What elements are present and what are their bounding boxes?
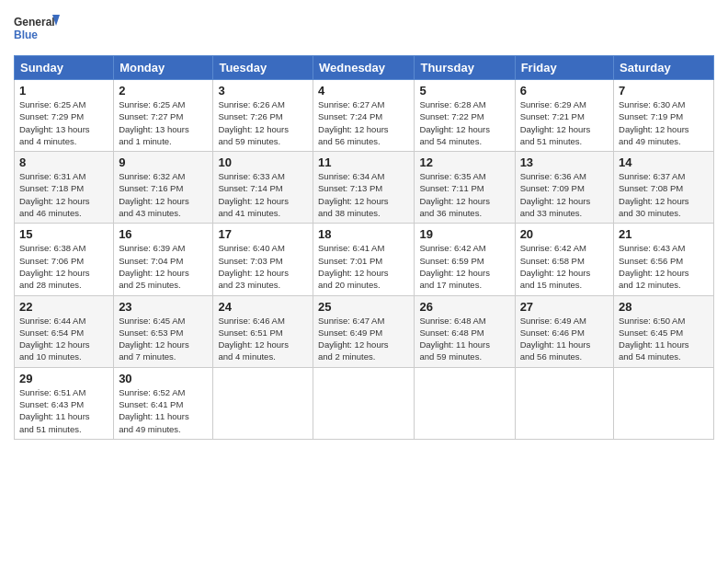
day-number: 22 — [19, 300, 108, 314]
day-cell: 4Sunrise: 6:27 AM Sunset: 7:24 PM Daylig… — [313, 80, 415, 152]
day-number: 3 — [218, 84, 308, 98]
header: General Blue — [14, 9, 714, 52]
day-info: Sunrise: 6:43 AM Sunset: 6:56 PM Dayligh… — [619, 242, 709, 291]
day-cell: 25Sunrise: 6:47 AM Sunset: 6:49 PM Dayli… — [313, 295, 415, 367]
day-cell: 11Sunrise: 6:34 AM Sunset: 7:13 PM Dayli… — [313, 152, 415, 224]
day-cell: 9Sunrise: 6:32 AM Sunset: 7:16 PM Daylig… — [114, 152, 213, 224]
day-number: 1 — [19, 84, 108, 98]
day-cell: 8Sunrise: 6:31 AM Sunset: 7:18 PM Daylig… — [15, 152, 114, 224]
day-number: 30 — [119, 372, 208, 385]
day-number: 26 — [419, 300, 509, 314]
day-info: Sunrise: 6:37 AM Sunset: 7:08 PM Dayligh… — [619, 170, 709, 219]
day-info: Sunrise: 6:30 AM Sunset: 7:19 PM Dayligh… — [619, 98, 709, 147]
day-number: 18 — [318, 227, 409, 241]
day-info: Sunrise: 6:40 AM Sunset: 7:03 PM Dayligh… — [218, 242, 308, 291]
day-number: 25 — [318, 300, 409, 314]
day-info: Sunrise: 6:42 AM Sunset: 6:59 PM Dayligh… — [419, 242, 509, 291]
day-cell: 26Sunrise: 6:48 AM Sunset: 6:48 PM Dayli… — [415, 295, 515, 367]
day-cell: 7Sunrise: 6:30 AM Sunset: 7:19 PM Daylig… — [614, 80, 714, 152]
day-cell: 12Sunrise: 6:35 AM Sunset: 7:11 PM Dayli… — [415, 152, 515, 224]
day-info: Sunrise: 6:25 AM Sunset: 7:27 PM Dayligh… — [119, 98, 208, 147]
day-number: 9 — [119, 155, 208, 169]
day-info: Sunrise: 6:51 AM Sunset: 6:43 PM Dayligh… — [19, 386, 108, 435]
weekday-header-wednesday: Wednesday — [313, 56, 415, 80]
day-cell: 6Sunrise: 6:29 AM Sunset: 7:21 PM Daylig… — [515, 80, 613, 152]
day-number: 21 — [619, 227, 709, 241]
day-number: 6 — [520, 84, 609, 98]
day-cell: 30Sunrise: 6:52 AM Sunset: 6:41 PM Dayli… — [114, 367, 213, 439]
day-info: Sunrise: 6:31 AM Sunset: 7:18 PM Dayligh… — [19, 170, 108, 219]
day-cell: 20Sunrise: 6:42 AM Sunset: 6:58 PM Dayli… — [515, 224, 613, 295]
day-info: Sunrise: 6:48 AM Sunset: 6:48 PM Dayligh… — [419, 315, 509, 363]
day-cell: 19Sunrise: 6:42 AM Sunset: 6:59 PM Dayli… — [415, 224, 515, 295]
day-cell — [515, 367, 613, 439]
week-row-4: 22Sunrise: 6:44 AM Sunset: 6:54 PM Dayli… — [15, 295, 714, 367]
day-number: 14 — [619, 155, 709, 169]
day-info: Sunrise: 6:35 AM Sunset: 7:11 PM Dayligh… — [419, 170, 509, 219]
day-cell: 5Sunrise: 6:28 AM Sunset: 7:22 PM Daylig… — [415, 80, 515, 152]
day-info: Sunrise: 6:52 AM Sunset: 6:41 PM Dayligh… — [119, 386, 208, 435]
weekday-header-row: SundayMondayTuesdayWednesdayThursdayFrid… — [15, 56, 714, 80]
day-info: Sunrise: 6:49 AM Sunset: 6:46 PM Dayligh… — [520, 315, 609, 363]
week-row-1: 1Sunrise: 6:25 AM Sunset: 7:29 PM Daylig… — [15, 80, 714, 152]
day-cell: 16Sunrise: 6:39 AM Sunset: 7:04 PM Dayli… — [114, 224, 213, 295]
day-cell: 24Sunrise: 6:46 AM Sunset: 6:51 PM Dayli… — [213, 295, 313, 367]
day-info: Sunrise: 6:39 AM Sunset: 7:04 PM Dayligh… — [119, 242, 208, 291]
day-cell: 3Sunrise: 6:26 AM Sunset: 7:26 PM Daylig… — [213, 80, 313, 152]
calendar-container: General Blue SundayMondayTuesdayWednesda… — [0, 0, 728, 449]
day-number: 27 — [520, 300, 609, 314]
day-number: 4 — [318, 84, 409, 98]
weekday-header-thursday: Thursday — [415, 56, 515, 80]
day-cell — [313, 367, 415, 439]
day-number: 16 — [119, 227, 208, 241]
day-number: 2 — [119, 84, 208, 98]
day-number: 17 — [218, 227, 308, 241]
day-cell: 15Sunrise: 6:38 AM Sunset: 7:06 PM Dayli… — [15, 224, 114, 295]
logo: General Blue — [14, 13, 65, 52]
day-info: Sunrise: 6:25 AM Sunset: 7:29 PM Dayligh… — [19, 98, 108, 147]
weekday-header-friday: Friday — [515, 56, 613, 80]
weekday-header-tuesday: Tuesday — [213, 56, 313, 80]
day-number: 19 — [419, 227, 509, 241]
day-info: Sunrise: 6:27 AM Sunset: 7:24 PM Dayligh… — [318, 98, 409, 147]
day-info: Sunrise: 6:32 AM Sunset: 7:16 PM Dayligh… — [119, 170, 208, 219]
day-cell: 13Sunrise: 6:36 AM Sunset: 7:09 PM Dayli… — [515, 152, 613, 224]
day-cell — [614, 367, 714, 439]
day-info: Sunrise: 6:29 AM Sunset: 7:21 PM Dayligh… — [520, 98, 609, 147]
day-info: Sunrise: 6:45 AM Sunset: 6:53 PM Dayligh… — [119, 315, 208, 363]
day-cell: 2Sunrise: 6:25 AM Sunset: 7:27 PM Daylig… — [114, 80, 213, 152]
day-info: Sunrise: 6:38 AM Sunset: 7:06 PM Dayligh… — [19, 242, 108, 291]
day-cell — [213, 367, 313, 439]
day-cell: 1Sunrise: 6:25 AM Sunset: 7:29 PM Daylig… — [15, 80, 114, 152]
day-info: Sunrise: 6:41 AM Sunset: 7:01 PM Dayligh… — [318, 242, 409, 291]
day-cell: 18Sunrise: 6:41 AM Sunset: 7:01 PM Dayli… — [313, 224, 415, 295]
weekday-header-saturday: Saturday — [614, 56, 714, 80]
day-info: Sunrise: 6:26 AM Sunset: 7:26 PM Dayligh… — [218, 98, 308, 147]
day-info: Sunrise: 6:34 AM Sunset: 7:13 PM Dayligh… — [318, 170, 409, 219]
day-info: Sunrise: 6:47 AM Sunset: 6:49 PM Dayligh… — [318, 315, 409, 363]
day-cell: 17Sunrise: 6:40 AM Sunset: 7:03 PM Dayli… — [213, 224, 313, 295]
day-number: 23 — [119, 300, 208, 314]
day-info: Sunrise: 6:42 AM Sunset: 6:58 PM Dayligh… — [520, 242, 609, 291]
day-cell: 23Sunrise: 6:45 AM Sunset: 6:53 PM Dayli… — [114, 295, 213, 367]
day-number: 7 — [619, 84, 709, 98]
logo-svg: General Blue — [14, 13, 60, 52]
day-info: Sunrise: 6:46 AM Sunset: 6:51 PM Dayligh… — [218, 315, 308, 363]
week-row-2: 8Sunrise: 6:31 AM Sunset: 7:18 PM Daylig… — [15, 152, 714, 224]
day-number: 24 — [218, 300, 308, 314]
day-info: Sunrise: 6:36 AM Sunset: 7:09 PM Dayligh… — [520, 170, 609, 219]
day-cell: 10Sunrise: 6:33 AM Sunset: 7:14 PM Dayli… — [213, 152, 313, 224]
day-cell: 27Sunrise: 6:49 AM Sunset: 6:46 PM Dayli… — [515, 295, 613, 367]
week-row-3: 15Sunrise: 6:38 AM Sunset: 7:06 PM Dayli… — [15, 224, 714, 295]
day-number: 11 — [318, 155, 409, 169]
week-row-5: 29Sunrise: 6:51 AM Sunset: 6:43 PM Dayli… — [15, 367, 714, 439]
day-cell: 22Sunrise: 6:44 AM Sunset: 6:54 PM Dayli… — [15, 295, 114, 367]
day-number: 8 — [19, 155, 108, 169]
day-cell: 14Sunrise: 6:37 AM Sunset: 7:08 PM Dayli… — [614, 152, 714, 224]
day-cell: 29Sunrise: 6:51 AM Sunset: 6:43 PM Dayli… — [15, 367, 114, 439]
calendar-table: SundayMondayTuesdayWednesdayThursdayFrid… — [14, 55, 714, 440]
day-number: 13 — [520, 155, 609, 169]
weekday-header-sunday: Sunday — [15, 56, 114, 80]
day-info: Sunrise: 6:33 AM Sunset: 7:14 PM Dayligh… — [218, 170, 308, 219]
day-number: 28 — [619, 300, 709, 314]
